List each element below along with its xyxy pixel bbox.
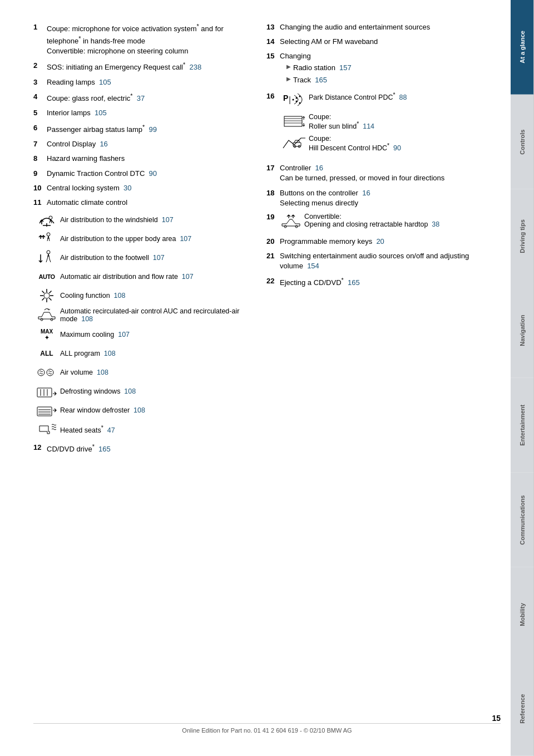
sidebar-tab-driving-tips[interactable]: Driving tips	[511, 189, 534, 284]
max-icon: MAX✦	[33, 328, 60, 341]
roller-blind-icon	[280, 113, 309, 130]
climate-text: Maximum cooling 107	[60, 331, 250, 338]
item-number: 16	[266, 92, 280, 100]
sidebar-tab-controls[interactable]: Controls	[511, 95, 534, 189]
page-link[interactable]: 108	[134, 406, 145, 414]
convertible-icon	[280, 213, 304, 231]
page-link[interactable]: 99	[149, 125, 156, 134]
hdc-row: Coupe:Hill Descent Control HDC* 90	[280, 135, 483, 152]
list-item: 2 SOS: initiating an Emergency Request c…	[33, 61, 250, 73]
page-link[interactable]: 37	[137, 94, 145, 102]
item-text: Programmable memory keys 20	[280, 237, 483, 247]
page-link[interactable]: 30	[123, 184, 131, 192]
item-16-group: 16 P	[266, 92, 483, 156]
page-link[interactable]: 238	[189, 63, 201, 72]
climate-row: Air volume 108	[33, 365, 250, 380]
list-item: 11 Automatic climate control	[33, 198, 250, 208]
page-link[interactable]: 108	[104, 350, 116, 357]
page-link[interactable]: 108	[81, 315, 93, 323]
item-text: Switching entertainment audio sources on…	[280, 251, 483, 271]
page-link[interactable]: 108	[97, 369, 108, 376]
item-text: Controller 16 Can be turned, pressed, or…	[280, 163, 483, 183]
page-link[interactable]: 20	[376, 237, 384, 246]
item-number: 3	[33, 77, 47, 87]
svg-point-16	[38, 369, 44, 376]
pdc-row: P	[280, 92, 483, 109]
page-link[interactable]: 108	[124, 387, 136, 395]
page-link[interactable]: 16	[315, 164, 323, 172]
defrost-windows-icon	[33, 384, 60, 399]
page-link[interactable]: 16	[100, 140, 107, 148]
climate-text: ALL program 108	[60, 350, 250, 357]
hdc-icon	[280, 135, 309, 151]
list-item: 4 Coupe: glass roof, electric* 37	[33, 92, 250, 104]
item-text: Control Display 16	[47, 139, 250, 149]
list-item: 20 Programmable memory keys 20	[266, 237, 483, 247]
item-number: 10	[33, 183, 47, 193]
sub-item-text: Track 165	[293, 75, 327, 85]
page-link[interactable]: 157	[339, 63, 352, 72]
right-column: 13 Changing the audio and entertainment …	[266, 22, 483, 459]
svg-point-3	[47, 233, 50, 236]
page-link[interactable]: 47	[107, 426, 115, 434]
page-link[interactable]: 165	[98, 445, 111, 453]
item-text: Automatic climate control	[47, 198, 250, 208]
page-link[interactable]: 107	[182, 273, 194, 281]
climate-text: Cooling function 108	[60, 292, 250, 300]
page-number: 15	[492, 714, 501, 723]
page-link[interactable]: 88	[399, 94, 407, 101]
page-link[interactable]: 165	[315, 76, 327, 84]
item-number: 20	[266, 237, 280, 247]
page-link[interactable]: 105	[95, 109, 107, 117]
pdc-icon: P	[280, 92, 309, 109]
list-item: 12 CD/DVD drive* 165	[33, 443, 250, 455]
sub-item: ▶ Radio station 157	[286, 63, 483, 73]
hdc-text: Coupe:Hill Descent Control HDC* 90	[309, 135, 483, 152]
climate-text: Defrosting windows 108	[60, 387, 250, 395]
svg-line-11	[49, 298, 51, 300]
climate-row: ALL ALL program 108	[33, 346, 250, 361]
sidebar-tab-navigation[interactable]: Navigation	[511, 283, 534, 378]
climate-row: Defrosting windows 108	[33, 384, 250, 399]
auto-icon: AUTO	[33, 273, 60, 280]
page-link[interactable]: 154	[307, 262, 319, 270]
page-link[interactable]: 165	[348, 278, 360, 287]
all-text-icon: ALL	[40, 350, 53, 357]
climate-row: Cooling function 108	[33, 288, 250, 303]
item-number: 4	[33, 92, 47, 104]
sidebar-tab-at-a-glance[interactable]: At a glance	[511, 0, 534, 95]
climate-row: Heated seats* 47	[33, 421, 250, 437]
item-text: Central locking system 30	[47, 183, 250, 193]
climate-text: Rear window defroster 108	[60, 406, 250, 414]
page-link[interactable]: 107	[162, 216, 174, 224]
item-text: Buttons on the controller 16 Selecting m…	[280, 188, 483, 208]
item-text: Ejecting a CD/DVD* 165	[280, 276, 483, 288]
sidebar-tab-reference[interactable]: Reference	[511, 661, 534, 756]
page-link[interactable]: 108	[114, 292, 126, 300]
sidebar-tab-mobility[interactable]: Mobility	[511, 567, 534, 662]
svg-line-12	[49, 291, 51, 293]
svg-point-2	[49, 216, 52, 219]
page-link[interactable]: 90	[149, 169, 157, 178]
item-number: 14	[266, 37, 280, 47]
list-item: 1 Coupe: microphone for voice activation…	[33, 22, 250, 56]
item-number: 19	[266, 213, 280, 231]
item-number: 6	[33, 123, 47, 135]
page-link[interactable]: 107	[153, 254, 165, 262]
sidebar-tab-entertainment[interactable]: Entertainment	[511, 378, 534, 473]
page-link[interactable]: 114	[363, 122, 374, 130]
convertible-text: Convertible:Opening and closing retracta…	[304, 213, 483, 228]
item-number: 22	[266, 276, 280, 288]
page-link[interactable]: 107	[118, 331, 130, 338]
page-link[interactable]: 105	[99, 78, 111, 86]
sidebar-tab-communications[interactable]: Communications	[511, 473, 534, 567]
page-link[interactable]: 38	[432, 220, 439, 228]
svg-rect-32	[284, 116, 302, 126]
climate-text: Automatic air distribution and flow rate…	[60, 273, 250, 281]
page-link[interactable]: 16	[362, 189, 370, 197]
page-link[interactable]: 90	[393, 144, 401, 152]
auto-text-icon: AUTO	[39, 273, 55, 280]
item-text: Hazard warning flashers	[47, 154, 250, 164]
list-item: 8 Hazard warning flashers	[33, 154, 250, 164]
page-link[interactable]: 107	[180, 235, 191, 243]
